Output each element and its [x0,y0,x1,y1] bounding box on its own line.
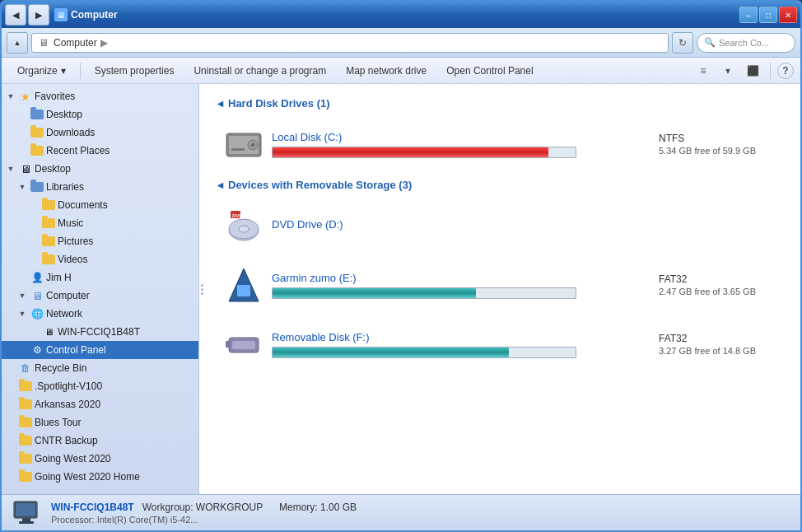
search-box[interactable]: 🔍 Search Co... [697,33,795,53]
sidebar-item-desktop-root[interactable]: ▼ 🖥 Desktop [2,160,198,178]
view-dropdown-button[interactable]: ▾ [717,60,739,82]
resize-dots [201,284,203,295]
sidebar-item-pictures[interactable]: Pictures [2,232,198,250]
sidebar-label-blues-tour: Blues Tour [35,417,81,428]
expand-favorites[interactable]: ▼ [5,91,16,102]
sidebar-item-favorites[interactable]: ▼ ★ Favorites [2,87,198,105]
drive-name-c[interactable]: Local Disk (C:) [272,131,649,143]
drive-dvd-d[interactable]: DVD DVD Drive (D:) [217,198,787,254]
expand-placeholder [28,199,40,211]
open-control-panel-button[interactable]: Open Control Panel [437,60,542,82]
sidebar-item-win-fcciq[interactable]: 🖥 WIN-FCCIQ1B48T [2,323,198,341]
svg-rect-16 [16,503,35,516]
sidebar-item-cntr-backup[interactable]: CNTR Backup [2,432,198,450]
sidebar-item-recycle-bin[interactable]: 🗑 Recycle Bin [2,359,198,377]
close-button[interactable]: ✕ [779,7,797,23]
search-icon: 🔍 [704,37,716,48]
sidebar-item-downloads[interactable]: Downloads [2,124,198,142]
sidebar-item-documents[interactable]: Documents [2,196,198,214]
sidebar-item-network[interactable]: ▼ 🌐 Network [2,305,198,323]
resize-dot [201,288,203,291]
system-properties-button[interactable]: System properties [86,60,184,82]
expand-network[interactable]: ▼ [16,308,28,320]
dvd-svg: DVD [226,208,262,244]
sidebar-label-music: Music [58,217,83,229]
sidebar-label-arkansas: Arkansas 2020 [35,399,100,410]
maximize-button[interactable]: □ [759,7,777,23]
sidebar-item-control-panel[interactable]: ⚙ Control Panel [2,341,198,359]
expand-libraries[interactable]: ▼ [16,181,28,193]
drive-bar-container-c [272,147,576,158]
sidebar-item-going-west[interactable]: Going West 2020 [2,450,198,468]
sidebar-item-music[interactable]: Music [2,214,198,232]
folder-desktop-icon [30,108,44,121]
map-network-button[interactable]: Map network drive [337,60,436,82]
recycle-icon: 🗑 [19,362,32,375]
organize-button[interactable]: Organize ▾ [8,60,75,82]
folder-videos-icon [42,253,55,266]
folder-libraries-icon [30,180,44,194]
garmin-graphic [224,265,263,305]
resize-dot [201,292,203,295]
sidebar-item-blues-tour[interactable]: Blues Tour [2,413,198,432]
drive-info-c: Local Disk (C:) [272,131,649,158]
window-controls: – □ ✕ [739,7,797,23]
drive-meta-c: NTFS 5.34 GB free of 59.9 GB [649,133,781,156]
title-bar-text: Computer [71,9,739,21]
drive-local-disk-c[interactable]: Local Disk (C:) NTFS 5.34 GB free of 59.… [217,116,787,172]
drive-garmin-e[interactable]: Garmin zumo (E:) FAT32 2.47 GB free of 3… [217,257,787,313]
dvd-graphic: DVD [224,206,263,245]
organize-label: Organize [17,65,58,77]
expand-desktop[interactable]: ▼ [5,163,16,175]
view-panel-button[interactable]: ⬛ [742,60,763,82]
sidebar-item-arkansas[interactable]: Arkansas 2020 [2,395,198,413]
drive-info-e: Garmin zumo (E:) [272,272,649,299]
forward-button[interactable]: ▶ [28,4,49,26]
folder-going-west-icon [19,452,32,465]
sidebar-item-libraries[interactable]: ▼ Libraries [2,178,198,196]
drive-free-f: 3.27 GB free of 14.8 GB [659,346,781,356]
refresh-button[interactable]: ↻ [672,32,693,54]
status-memory-label: Memory: [279,502,318,513]
sidebar-item-going-west-home[interactable]: Going West 2020 Home [2,468,198,486]
expand-placeholder [16,145,28,156]
svg-rect-17 [22,518,30,521]
svg-rect-14 [226,341,231,348]
sidebar: ▼ ★ Favorites Desktop Downloads Recent P… [2,84,199,494]
sidebar-item-computer[interactable]: ▼ 🖥 Computer [2,287,198,305]
status-bar: WIN-FCCIQ1B48T Workgroup: WORKGROUP Memo… [2,494,800,530]
status-memory: 1.00 GB [320,502,357,513]
drive-name-f[interactable]: Removable Disk (F:) [272,331,649,343]
help-button[interactable]: ? [777,63,794,79]
sidebar-item-desktop-fav[interactable]: Desktop [2,105,198,124]
control-panel-icon: ⚙ [30,343,44,357]
sidebar-item-videos[interactable]: Videos [2,250,198,268]
resize-dot [201,284,203,287]
status-workgroup-label: Workgroup: [142,502,194,513]
drive-meta-e: FAT32 2.47 GB free of 3.65 GB [649,273,781,296]
sidebar-item-spotlight[interactable]: .Spotlight-V100 [2,377,198,395]
drive-name-e[interactable]: Garmin zumo (E:) [272,272,649,284]
minimize-button[interactable]: – [739,7,758,23]
drive-removable-f[interactable]: Removable Disk (F:) FAT32 3.27 GB free o… [217,316,787,372]
status-workgroup: WORKGROUP [196,502,263,513]
expand-placeholder [5,399,16,410]
back-button[interactable]: ◀ [5,4,26,26]
sidebar-item-jim-h[interactable]: 👤 Jim H [2,268,198,287]
uninstall-button[interactable]: Uninstall or change a program [184,60,335,82]
address-path[interactable]: 🖥 Computer ▶ [31,33,669,53]
folder-cntr-icon [19,434,32,447]
expand-placeholder [28,217,40,229]
main-window: ◀ ▶ 🖥 Computer – □ ✕ ▲ 🖥 Computer ▶ ↻ 🔍 … [0,0,802,532]
up-button[interactable]: ▲ [7,32,28,54]
drive-name-d[interactable]: DVD Drive (D:) [272,218,649,231]
sidebar-label-cntr-backup: CNTR Backup [35,435,98,446]
expand-placeholder [16,109,28,120]
folder-blues-icon [19,416,32,429]
expand-computer[interactable]: ▼ [16,290,28,301]
sidebar-item-recent-places[interactable]: Recent Places [2,142,198,160]
main-layout: ▼ ★ Favorites Desktop Downloads Recent P… [2,84,800,494]
monitor-icon: 🖥 [19,162,32,175]
expand-placeholder [5,380,16,392]
view-list-button[interactable]: ≡ [692,60,714,82]
